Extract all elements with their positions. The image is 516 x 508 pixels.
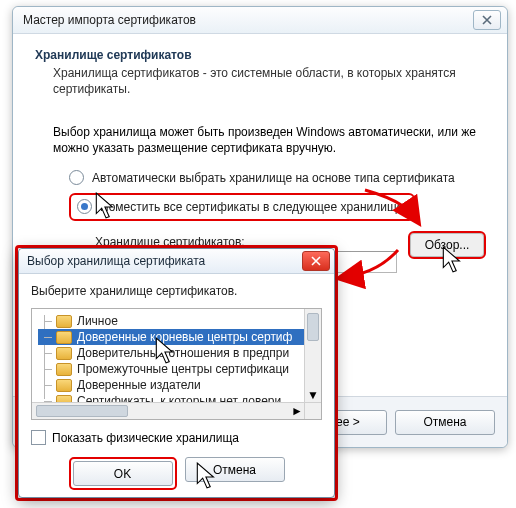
select-store-dialog: Выбор хранилища сертификата Выберите хра… [18, 248, 335, 498]
show-physical-row[interactable]: Показать физические хранилища [31, 430, 322, 445]
store-tree[interactable]: ЛичноеДоверенные корневые центры сертифД… [31, 308, 322, 420]
title-bar: Мастер импорта сертификатов [13, 7, 507, 34]
close-icon [311, 256, 321, 266]
dialog-title-bar: Выбор хранилища сертификата [19, 249, 334, 274]
dialog-close-button[interactable] [302, 251, 330, 271]
tree-item-label: Промежуточные центры сертификаци [77, 362, 289, 376]
horizontal-scrollbar[interactable]: ◄ ► [32, 402, 305, 419]
radio-auto[interactable] [69, 170, 84, 185]
scroll-down-icon[interactable]: ▼ [305, 387, 321, 403]
show-physical-checkbox[interactable] [31, 430, 46, 445]
scroll-corner [304, 402, 321, 419]
close-button[interactable] [473, 10, 501, 30]
tree-item[interactable]: Доверенные издатели [38, 377, 321, 393]
ok-button[interactable]: OK [73, 461, 173, 486]
folder-icon [56, 331, 72, 344]
dialog-title: Выбор хранилища сертификата [27, 254, 205, 268]
window-title: Мастер импорта сертификатов [23, 13, 196, 27]
browse-button[interactable]: Обзор... [408, 231, 486, 259]
horizontal-scroll-thumb[interactable] [36, 405, 128, 417]
cancel-button[interactable]: Отмена [395, 410, 495, 435]
vertical-scroll-thumb[interactable] [307, 313, 319, 341]
tree-item-label: Доверительные отношения в предпри [77, 346, 289, 360]
radio-auto-label: Автоматически выбрать хранилище на основ… [92, 171, 455, 185]
folder-icon [56, 379, 72, 392]
scroll-right-icon[interactable]: ► [289, 403, 305, 419]
tree-item-label: Доверенные корневые центры сертиф [77, 330, 292, 344]
browse-button-label: Обзор... [425, 238, 470, 252]
show-physical-label: Показать физические хранилища [52, 431, 239, 445]
tree-item[interactable]: Доверенные корневые центры сертиф [38, 329, 321, 345]
close-icon [482, 15, 492, 25]
choice-intro-text: Выбор хранилища может быть произведен Wi… [53, 125, 485, 156]
dialog-cancel-button[interactable]: Отмена [185, 457, 285, 482]
radio-place-label: Поместить все сертификаты в следующее хр… [100, 200, 403, 214]
vertical-scrollbar[interactable]: ▲ ▼ [304, 309, 321, 403]
folder-icon [56, 315, 72, 328]
folder-icon [56, 363, 72, 376]
tree-item-label: Личное [77, 314, 118, 328]
radio-auto-row[interactable]: Автоматически выбрать хранилище на основ… [69, 170, 485, 185]
tree-item[interactable]: Промежуточные центры сертификаци [38, 361, 321, 377]
section-title: Хранилище сертификатов [35, 48, 485, 62]
select-store-highlight: Выбор хранилища сертификата Выберите хра… [15, 245, 338, 501]
dialog-prompt: Выберите хранилище сертификатов. [31, 284, 322, 298]
tree-item[interactable]: Доверительные отношения в предпри [38, 345, 321, 361]
section-description: Хранилища сертификатов - это системные о… [53, 66, 485, 97]
radio-place[interactable] [77, 199, 92, 214]
folder-icon [56, 347, 72, 360]
tree-item[interactable]: Личное [38, 313, 321, 329]
tree-item-label: Доверенные издатели [77, 378, 201, 392]
radio-place-row[interactable]: Поместить все сертификаты в следующее хр… [69, 193, 485, 221]
